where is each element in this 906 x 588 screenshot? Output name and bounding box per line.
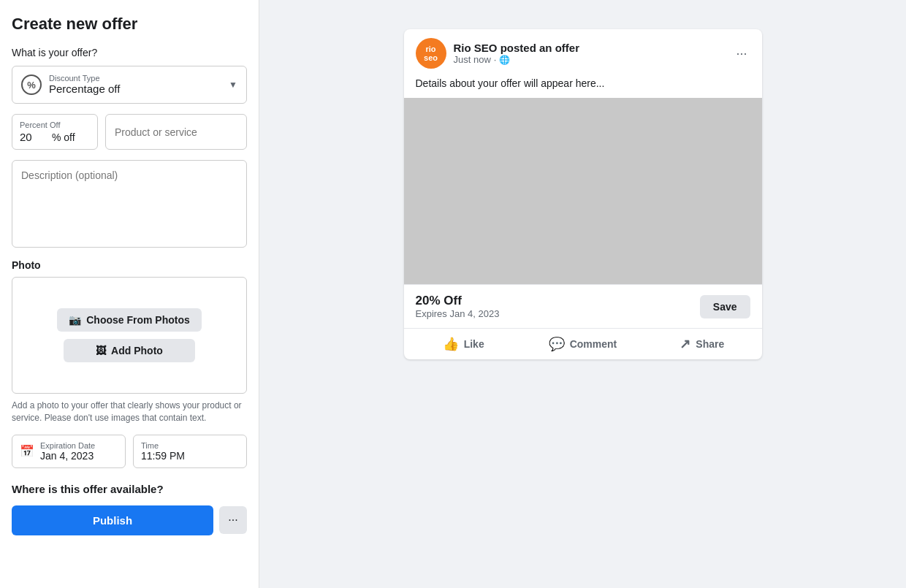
- comment-icon: 💬: [549, 336, 565, 352]
- percent-off-label: Percent Off: [20, 121, 90, 129]
- photo-hint: Add a photo to your offer that clearly s…: [12, 400, 247, 424]
- like-icon: 👍: [443, 336, 459, 352]
- fb-comment-button[interactable]: 💬 Comment: [523, 330, 642, 358]
- share-icon: ↗: [680, 336, 690, 352]
- discount-type-dropdown[interactable]: % Discount Type Percentage off ▼: [12, 66, 247, 104]
- comment-label: Comment: [570, 338, 617, 350]
- offer-fields-row: Percent Off % off: [12, 114, 247, 150]
- discount-type-text: Discount Type Percentage off: [49, 74, 229, 96]
- fb-offer-title: 20% Off: [416, 294, 500, 308]
- avatar-initials: rioseo: [424, 45, 438, 62]
- fb-offer-expiry: Expires Jan 4, 2023: [416, 308, 500, 319]
- publish-button[interactable]: Publish: [12, 505, 213, 535]
- fb-more-button[interactable]: ···: [733, 43, 750, 64]
- fb-post-image: [404, 98, 762, 284]
- product-service-input[interactable]: [115, 126, 237, 138]
- camera-icon: 📷: [69, 314, 81, 326]
- more-options-button[interactable]: ···: [219, 506, 247, 534]
- fb-post-meta: Rio SEO posted an offer Just now · 🌐: [454, 42, 734, 65]
- expiration-value: Jan 4, 2023: [40, 450, 118, 462]
- expiration-label: Expiration Date: [40, 441, 118, 450]
- photo-upload-box: 📷 Choose From Photos 🖼 Add Photo: [12, 277, 247, 394]
- avatar: rioseo: [416, 38, 446, 69]
- chevron-down-icon: ▼: [229, 80, 237, 90]
- fb-post-details: Details about your offer will appear her…: [416, 77, 750, 89]
- bottom-actions: Publish ···: [12, 505, 247, 535]
- fb-timestamp: Just now: [454, 54, 491, 65]
- fb-offer-info: 20% Off Expires Jan 4, 2023: [416, 294, 500, 319]
- photo-section-label: Photo: [12, 259, 247, 271]
- percent-off-suffix: % off: [52, 131, 75, 143]
- image-add-icon: 🖼: [96, 345, 106, 356]
- expiration-date-field[interactable]: 📅 Expiration Date Jan 4, 2023: [12, 435, 126, 468]
- description-box[interactable]: [12, 160, 247, 248]
- fb-actions: 👍 Like 💬 Comment ↗ Share: [404, 328, 762, 359]
- share-label: Share: [696, 338, 724, 350]
- facebook-post-preview: rioseo Rio SEO posted an offer Just now …: [404, 29, 762, 359]
- fb-poster-name: Rio SEO posted an offer: [454, 42, 734, 54]
- where-label: Where is this offer available?: [12, 483, 247, 495]
- product-service-box[interactable]: [105, 114, 247, 150]
- percent-off-box: Percent Off % off: [12, 114, 98, 150]
- what-is-offer-label: What is your offer?: [12, 47, 247, 58]
- fb-save-button[interactable]: Save: [700, 295, 750, 318]
- description-textarea[interactable]: [21, 169, 237, 238]
- fb-like-button[interactable]: 👍 Like: [404, 330, 523, 358]
- time-label: Time: [141, 441, 239, 450]
- right-panel: rioseo Rio SEO posted an offer Just now …: [259, 0, 906, 588]
- expiration-field-inner: Expiration Date Jan 4, 2023: [40, 441, 118, 462]
- fb-share-button[interactable]: ↗ Share: [642, 330, 761, 358]
- discount-type-label: Discount Type: [49, 74, 229, 83]
- expiration-row: 📅 Expiration Date Jan 4, 2023 Time 11:59…: [12, 435, 247, 468]
- fb-post-sub: Just now · 🌐: [454, 54, 734, 65]
- time-value: 11:59 PM: [141, 450, 239, 462]
- calendar-icon: 📅: [20, 444, 34, 458]
- percent-off-input[interactable]: [20, 131, 49, 143]
- page-title: Create new offer: [12, 15, 247, 34]
- percent-icon: %: [21, 75, 42, 95]
- add-photo-button[interactable]: 🖼 Add Photo: [64, 339, 195, 362]
- globe-icon: 🌐: [499, 55, 510, 65]
- choose-from-photos-button[interactable]: 📷 Choose From Photos: [57, 308, 202, 332]
- left-panel: Create new offer What is your offer? % D…: [0, 0, 259, 588]
- time-field-inner: Time 11:59 PM: [141, 441, 239, 462]
- separator: ·: [494, 54, 497, 65]
- fb-post-header: rioseo Rio SEO posted an offer Just now …: [404, 29, 762, 77]
- like-label: Like: [464, 338, 484, 350]
- percent-off-inner: % off: [20, 131, 90, 143]
- fb-post-body: Details about your offer will appear her…: [404, 77, 762, 98]
- time-field[interactable]: Time 11:59 PM: [133, 435, 247, 468]
- fb-offer-bar: 20% Off Expires Jan 4, 2023 Save: [404, 284, 762, 328]
- discount-type-value: Percentage off: [49, 83, 120, 95]
